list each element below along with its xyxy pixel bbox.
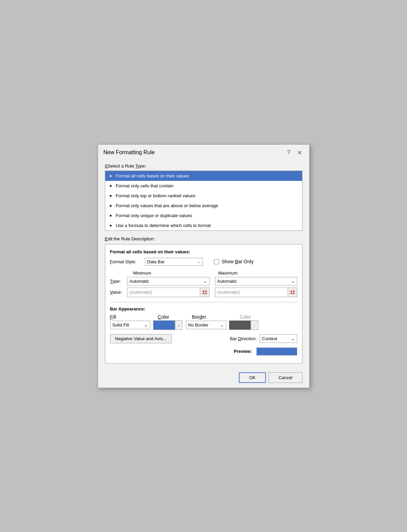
- border-color-group: ⌄: [229, 320, 258, 330]
- help-button[interactable]: ?: [285, 149, 293, 156]
- fill-select[interactable]: Solid Fill ⌄: [110, 321, 150, 329]
- cellref-min-icon: [202, 290, 207, 295]
- rule-item-cells-contain[interactable]: ► Format only cells that contain: [105, 181, 302, 191]
- rule-item-formula[interactable]: ► Use a formula to determine which cells…: [105, 221, 302, 230]
- rule-item-label-2: Format only top or bottom ranked values: [116, 193, 195, 198]
- rule-item-label-3: Format only values that are above or bel…: [116, 203, 218, 208]
- value-min-cellref-button[interactable]: [200, 288, 209, 297]
- value-min-input[interactable]: (Automatic): [127, 288, 200, 297]
- value-max-placeholder: (Automatic): [217, 290, 240, 295]
- cellref-max-icon: [290, 290, 295, 295]
- maximum-header: Maximum: [218, 270, 297, 276]
- divider: [110, 302, 297, 302]
- type-min-select[interactable]: Automatic ⌄: [127, 277, 209, 285]
- appearance-controls-row: Solid Fill ⌄ ⌄ No Border ⌄: [110, 320, 297, 330]
- value-max-cellref-button[interactable]: [288, 288, 297, 297]
- title-bar-buttons: ? ✕: [285, 149, 304, 157]
- border-label-col: Border: [192, 314, 236, 320]
- fill-chevron-icon: ⌄: [144, 322, 148, 328]
- appearance-labels-row: Fill Color Border Color: [110, 314, 297, 320]
- value-max-group: (Automatic): [215, 288, 297, 297]
- bar-direction-group: Bar Direction: Context ⌄: [230, 334, 297, 343]
- type-selects: Automatic ⌄ Automatic ⌄: [127, 277, 297, 285]
- type-max-value: Automatic: [217, 279, 237, 284]
- bar-direction-select[interactable]: Context ⌄: [260, 334, 297, 343]
- rule-item-label-0: Format all cells based on their values: [116, 173, 189, 178]
- border-chevron-icon: ⌄: [220, 322, 224, 328]
- value-label: Value:: [110, 290, 127, 295]
- format-style-row: Format Style: Data Bar ⌄ Show Bar Only: [110, 258, 297, 266]
- svg-rect-9: [293, 292, 294, 294]
- min-max-header-row: Minimum Maximum: [133, 270, 297, 276]
- rule-item-label-4: Format only unique or duplicate values: [116, 213, 192, 218]
- arrow-icon-3: ►: [109, 203, 113, 208]
- border-select[interactable]: No Border ⌄: [186, 321, 226, 329]
- cancel-button[interactable]: Cancel: [269, 372, 302, 383]
- svg-rect-8: [293, 291, 294, 292]
- rule-type-list: ► Format all cells based on their values…: [105, 171, 302, 231]
- show-bar-only-row: Show Bar Only: [214, 259, 254, 264]
- fill-color-label: Color: [158, 314, 169, 320]
- format-style-value: Data Bar: [147, 259, 165, 264]
- ok-button[interactable]: OK: [239, 372, 266, 383]
- edit-section-label: Edit the Rule Description:: [105, 236, 302, 241]
- edit-rule-box: Format all cells based on their values: …: [105, 244, 302, 363]
- fill-value: Solid Fill: [112, 322, 129, 328]
- title-bar: New Formatting Rule ? ✕: [98, 145, 309, 159]
- preview-bar: [256, 347, 297, 356]
- arrow-icon-4: ►: [109, 213, 113, 217]
- svg-rect-1: [203, 291, 204, 292]
- close-button[interactable]: ✕: [295, 149, 304, 157]
- format-style-label: Format Style:: [110, 259, 141, 264]
- bar-direction-label: Bar Direction:: [230, 336, 257, 341]
- value-max-input[interactable]: (Automatic): [215, 288, 288, 297]
- show-bar-only-label: Show Bar Only: [222, 259, 254, 264]
- rule-item-above-below[interactable]: ► Format only values that are above or b…: [105, 201, 302, 211]
- arrow-icon-0: ►: [109, 174, 113, 178]
- format-style-select[interactable]: Data Bar ⌄: [145, 258, 203, 266]
- dialog-title: New Formatting Rule: [104, 149, 155, 156]
- bar-direction-chevron-icon: ⌄: [291, 336, 295, 341]
- rule-item-label-1: Format only cells that contain: [116, 183, 173, 188]
- dialog-body: SSelect a Rule Type: ► Format all cells …: [98, 159, 309, 369]
- type-min-value: Automatic: [130, 279, 149, 284]
- arrow-icon-2: ►: [109, 194, 113, 198]
- preview-row: Preview:: [110, 347, 297, 356]
- edit-box-title: Format all cells based on their values:: [110, 249, 297, 254]
- bar-appearance-title: Bar Appearance:: [110, 306, 297, 311]
- neg-axis-bar-direction-row: Negative Value and Axis... Bar Direction…: [110, 334, 297, 343]
- rule-item-top-bottom[interactable]: ► Format only top or bottom ranked value…: [105, 191, 302, 201]
- type-label: Type:: [110, 279, 127, 284]
- show-bar-only-checkbox[interactable]: [214, 259, 219, 264]
- bar-direction-value: Context: [262, 336, 277, 341]
- rule-type-section-label: SSelect a Rule Type:: [105, 163, 302, 169]
- fill-color-chevron-button[interactable]: ⌄: [175, 320, 182, 330]
- value-min-placeholder: (Automatic): [130, 290, 152, 295]
- rule-item-all-cells[interactable]: ► Format all cells based on their values: [105, 171, 302, 181]
- min-max-header-inner: Minimum Maximum: [133, 270, 297, 276]
- fill-color-swatch[interactable]: [153, 320, 175, 330]
- value-fields: (Automatic): [127, 288, 297, 297]
- value-min-group: (Automatic): [127, 288, 209, 297]
- type-row: Type: Automatic ⌄ Automatic ⌄: [110, 277, 297, 285]
- svg-rect-2: [203, 292, 204, 294]
- format-style-chevron-icon: ⌄: [198, 260, 201, 264]
- border-color-label-col: Color: [240, 314, 297, 320]
- negative-value-axis-button[interactable]: Negative Value and Axis...: [110, 334, 172, 343]
- fill-label: Fill: [110, 314, 116, 320]
- border-value: No Border: [188, 322, 208, 328]
- minimum-header: Minimum: [133, 270, 212, 276]
- arrow-icon-1: ►: [109, 184, 113, 188]
- arrow-icon-5: ►: [109, 223, 113, 227]
- new-formatting-rule-dialog: New Formatting Rule ? ✕ SSelect a Rule T…: [98, 144, 310, 388]
- preview-label: Preview:: [234, 349, 252, 354]
- rule-item-unique-duplicate[interactable]: ► Format only unique or duplicate values: [105, 211, 302, 221]
- dialog-footer: OK Cancel: [98, 369, 309, 388]
- fill-color-label-col: Color: [158, 314, 189, 320]
- border-color-chevron-button: ⌄: [251, 320, 258, 330]
- type-max-select[interactable]: Automatic ⌄: [215, 277, 297, 285]
- fill-color-group: ⌄: [153, 320, 182, 330]
- bar-appearance-section: Bar Appearance: Fill Color Border Color: [110, 306, 297, 356]
- rule-item-label-5: Use a formula to determine which cells t…: [116, 223, 211, 228]
- spacer: [110, 270, 127, 276]
